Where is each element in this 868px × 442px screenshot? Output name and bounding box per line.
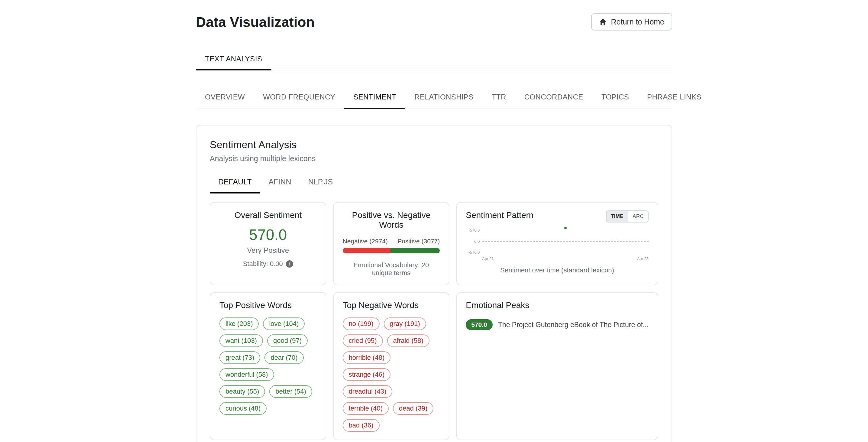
stability-label: Stability: 0.00 xyxy=(243,260,283,268)
toggle-time-button[interactable]: TIME xyxy=(607,211,628,222)
tab-word-frequency[interactable]: WORD FREQUENCY xyxy=(254,86,344,109)
tab-concordance[interactable]: CONCORDANCE xyxy=(515,86,592,109)
return-home-button[interactable]: Return to Home xyxy=(591,13,672,31)
tab-overview[interactable]: OVERVIEW xyxy=(196,86,254,109)
negative-word-chip: strange (46) xyxy=(343,368,391,381)
positive-word-chip: wonderful (58) xyxy=(219,368,274,381)
tab-lexicon-afinn[interactable]: AFINN xyxy=(260,171,300,194)
overall-sentiment-score: 570.0 xyxy=(219,226,317,244)
x-tick-end: Apr 23 xyxy=(637,256,649,261)
sentiment-pattern-header: Sentiment Pattern TIME ARC xyxy=(466,210,649,223)
tab-lexicon-nlpjs[interactable]: NLP.JS xyxy=(300,171,342,194)
negative-word-chip: horrible (48) xyxy=(343,351,391,364)
stability-row: Stability: 0.00 i xyxy=(219,260,317,268)
tab-relationships[interactable]: RELATIONSHIPS xyxy=(405,86,483,109)
top-positive-title: Top Positive Words xyxy=(219,300,317,310)
positive-word-chips: like (203) love (104) want (103) good (9… xyxy=(219,318,317,415)
positive-word-chip: good (97) xyxy=(267,334,308,347)
tab-lexicon-default[interactable]: DEFAULT xyxy=(210,171,260,194)
chart-x-axis: Apr 21 Apr 23 xyxy=(482,256,649,261)
negative-word-chip: cried (95) xyxy=(343,334,383,347)
info-icon[interactable]: i xyxy=(286,260,293,268)
sentiment-card-title: Sentiment Analysis xyxy=(210,139,658,151)
chart-plot-area xyxy=(482,228,649,255)
positive-bar-segment xyxy=(391,248,440,253)
pos-neg-bar xyxy=(343,248,440,253)
negative-word-chip: dead (39) xyxy=(393,402,433,415)
page: Data Visualization Return to Home TEXT A… xyxy=(0,0,868,442)
negative-word-chip: bad (36) xyxy=(343,419,380,432)
emotional-peaks-title: Emotional Peaks xyxy=(466,300,649,310)
tab-topics[interactable]: TOPICS xyxy=(592,86,638,109)
sentiment-pattern-caption: Sentiment over time (standard lexicon) xyxy=(466,266,649,274)
negative-word-chip: gray (191) xyxy=(384,318,426,330)
negative-bar-segment xyxy=(343,248,391,253)
top-negative-words-card: Top Negative Words no (199) gray (191) c… xyxy=(333,292,450,440)
home-icon xyxy=(599,18,607,26)
negative-word-chips: no (199) gray (191) cried (95) afraid (5… xyxy=(343,318,440,432)
positive-word-chip: love (104) xyxy=(263,318,305,330)
analysis-tab-bar: OVERVIEW WORD FREQUENCY SENTIMENT RELATI… xyxy=(196,86,672,109)
positive-word-chip: dear (70) xyxy=(265,351,304,364)
emotional-vocabulary-caption: Emotional Vocabulary: 20 unique terms xyxy=(343,261,440,277)
positive-word-chip: want (103) xyxy=(219,334,263,347)
peak-score-badge: 570.0 xyxy=(466,319,493,330)
x-tick-start: Apr 21 xyxy=(482,256,494,261)
overall-sentiment-title: Overall Sentiment xyxy=(219,210,317,220)
page-title: Data Visualization xyxy=(196,14,315,30)
overall-sentiment-verdict: Very Positive xyxy=(219,246,317,255)
emotional-peak-item: 570.0 The Project Gutenberg eBook of The… xyxy=(466,319,649,330)
sentiment-pattern-card: Sentiment Pattern TIME ARC 570.0 0.0 -57… xyxy=(456,202,658,286)
y-tick-max: 570.0 xyxy=(470,228,480,233)
peak-text: The Project Gutenberg eBook of The Pictu… xyxy=(498,321,649,329)
pattern-view-toggle: TIME ARC xyxy=(606,210,649,223)
tab-text-analysis[interactable]: TEXT ANALYSIS xyxy=(196,49,271,70)
negative-word-chip: afraid (58) xyxy=(387,334,430,347)
y-tick-min: -570.0 xyxy=(468,250,479,255)
tab-ttr[interactable]: TTR xyxy=(483,86,515,109)
toggle-arc-button[interactable]: ARC xyxy=(628,211,648,222)
sentiment-point xyxy=(564,227,567,229)
header: Data Visualization Return to Home xyxy=(196,0,672,31)
sentiment-card-subtitle: Analysis using multiple lexicons xyxy=(210,154,658,163)
pos-neg-title: Positive vs. Negative Words xyxy=(343,210,440,230)
chart-zero-line xyxy=(482,241,649,242)
positive-word-chip: curious (48) xyxy=(219,402,267,415)
positive-word-chip: great (73) xyxy=(219,351,260,364)
negative-word-chip: dreadful (43) xyxy=(343,385,393,398)
pos-neg-labels: Negative (2974) Positive (3077) xyxy=(343,238,440,245)
lexicon-tab-bar: DEFAULT AFINN NLP.JS xyxy=(210,171,658,194)
main-container: Data Visualization Return to Home TEXT A… xyxy=(196,0,672,442)
top-positive-words-card: Top Positive Words like (203) love (104)… xyxy=(210,292,327,440)
negative-word-chip: no (199) xyxy=(343,318,380,330)
positive-word-chip: better (54) xyxy=(269,385,312,398)
positive-count-label: Positive (3077) xyxy=(397,238,440,245)
tab-sentiment[interactable]: SENTIMENT xyxy=(344,86,405,109)
overall-sentiment-card: Overall Sentiment 570.0 Very Positive St… xyxy=(210,202,327,286)
positive-word-chip: like (203) xyxy=(219,318,259,330)
negative-count-label: Negative (2974) xyxy=(343,238,388,245)
pos-neg-words-card: Positive vs. Negative Words Negative (29… xyxy=(333,202,450,286)
chart-y-axis: 570.0 0.0 -570.0 xyxy=(466,228,482,255)
top-negative-title: Top Negative Words xyxy=(343,300,440,310)
primary-tab-bar: TEXT ANALYSIS xyxy=(196,49,672,70)
sentiment-cards-grid: Overall Sentiment 570.0 Very Positive St… xyxy=(210,202,658,440)
sentiment-pattern-chart: 570.0 0.0 -570.0 xyxy=(466,228,649,255)
y-tick-zero: 0.0 xyxy=(474,239,479,244)
sentiment-pattern-title: Sentiment Pattern xyxy=(466,210,533,220)
return-home-label: Return to Home xyxy=(611,18,664,26)
negative-word-chip: terrible (40) xyxy=(343,402,389,415)
emotional-peaks-card: Emotional Peaks 570.0 The Project Gutenb… xyxy=(456,292,658,440)
positive-word-chip: beauty (55) xyxy=(219,385,265,398)
sentiment-analysis-card: Sentiment Analysis Analysis using multip… xyxy=(196,125,672,442)
tab-phrase-links[interactable]: PHRASE LINKS xyxy=(638,86,711,109)
